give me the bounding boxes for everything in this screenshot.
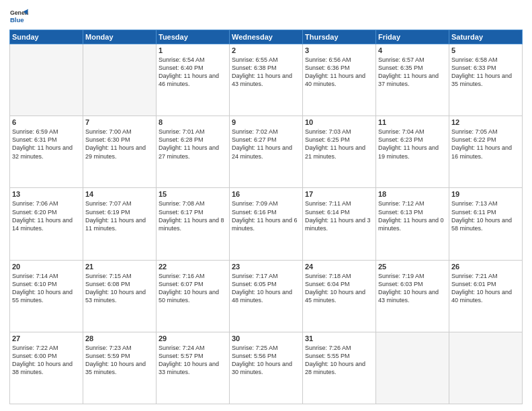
cell-info: Sunrise: 7:22 AMSunset: 6:00 PMDaylight:…: [12, 344, 81, 377]
header-tuesday: Tuesday: [157, 30, 230, 44]
day-number: 29: [159, 334, 227, 342]
cell-info: Sunrise: 7:14 AMSunset: 6:10 PMDaylight:…: [12, 272, 81, 305]
day-number: 28: [85, 334, 154, 342]
calendar-cell: 18Sunrise: 7:12 AMSunset: 6:13 PMDayligh…: [376, 188, 449, 260]
day-number: 31: [305, 334, 373, 342]
day-number: 26: [451, 263, 520, 271]
calendar-cell: [83, 44, 157, 116]
cell-info: Sunrise: 7:05 AMSunset: 6:22 PMDaylight:…: [451, 128, 520, 161]
calendar-cell: 1Sunrise: 6:54 AMSunset: 6:40 PMDaylight…: [157, 44, 230, 116]
header-friday: Friday: [376, 30, 449, 44]
calendar-cell: 5Sunrise: 6:58 AMSunset: 6:33 PMDaylight…: [449, 44, 523, 116]
calendar-cell: 22Sunrise: 7:16 AMSunset: 6:07 PMDayligh…: [157, 260, 230, 332]
cell-info: Sunrise: 6:56 AMSunset: 6:36 PMDaylight:…: [305, 56, 373, 89]
calendar-cell: 24Sunrise: 7:18 AMSunset: 6:04 PMDayligh…: [303, 260, 376, 332]
day-number: 2: [232, 46, 300, 54]
day-number: 19: [451, 190, 520, 198]
day-number: 30: [232, 334, 300, 342]
cell-info: Sunrise: 7:15 AMSunset: 6:08 PMDaylight:…: [85, 272, 154, 305]
calendar-cell: 11Sunrise: 7:04 AMSunset: 6:23 PMDayligh…: [376, 116, 449, 188]
calendar-cell: [376, 332, 449, 404]
day-number: 8: [159, 118, 227, 126]
week-row-2: 13Sunrise: 7:06 AMSunset: 6:20 PMDayligh…: [10, 188, 523, 260]
day-number: 21: [85, 263, 154, 271]
calendar-cell: 7Sunrise: 7:00 AMSunset: 6:30 PMDaylight…: [83, 116, 157, 188]
cell-info: Sunrise: 7:24 AMSunset: 5:57 PMDaylight:…: [159, 344, 227, 377]
calendar-cell: 14Sunrise: 7:07 AMSunset: 6:19 PMDayligh…: [83, 188, 157, 260]
cell-info: Sunrise: 7:00 AMSunset: 6:30 PMDaylight:…: [85, 128, 154, 161]
day-number: 15: [159, 190, 227, 198]
calendar-cell: 21Sunrise: 7:15 AMSunset: 6:08 PMDayligh…: [83, 260, 157, 332]
day-header-row: Sunday Monday Tuesday Wednesday Thursday…: [10, 30, 523, 44]
calendar-cell: 26Sunrise: 7:21 AMSunset: 6:01 PMDayligh…: [449, 260, 523, 332]
day-number: 7: [85, 118, 154, 126]
logo-icon: General Blue: [9, 7, 28, 26]
week-row-3: 20Sunrise: 7:14 AMSunset: 6:10 PMDayligh…: [10, 260, 523, 332]
day-number: 13: [12, 190, 81, 198]
calendar-cell: 28Sunrise: 7:23 AMSunset: 5:59 PMDayligh…: [83, 332, 157, 404]
day-number: 10: [305, 118, 373, 126]
calendar-cell: 31Sunrise: 7:26 AMSunset: 5:55 PMDayligh…: [303, 332, 376, 404]
cell-info: Sunrise: 7:12 AMSunset: 6:13 PMDaylight:…: [378, 199, 447, 232]
cell-info: Sunrise: 6:54 AMSunset: 6:40 PMDaylight:…: [159, 56, 227, 89]
page: General Blue Sunday Monday Tuesday Wedne…: [0, 0, 532, 411]
header-saturday: Saturday: [449, 30, 523, 44]
cell-info: Sunrise: 7:06 AMSunset: 6:20 PMDaylight:…: [12, 199, 81, 232]
day-number: 24: [305, 263, 373, 271]
calendar-cell: 6Sunrise: 6:59 AMSunset: 6:31 PMDaylight…: [10, 116, 83, 188]
cell-info: Sunrise: 7:18 AMSunset: 6:04 PMDaylight:…: [305, 272, 373, 305]
calendar-table: Sunday Monday Tuesday Wednesday Thursday…: [9, 30, 523, 404]
cell-info: Sunrise: 6:59 AMSunset: 6:31 PMDaylight:…: [12, 128, 81, 161]
day-number: 25: [378, 263, 447, 271]
day-number: 14: [85, 190, 154, 198]
calendar-cell: 8Sunrise: 7:01 AMSunset: 6:28 PMDaylight…: [157, 116, 230, 188]
cell-info: Sunrise: 7:26 AMSunset: 5:55 PMDaylight:…: [305, 344, 373, 377]
cell-info: Sunrise: 7:17 AMSunset: 6:05 PMDaylight:…: [232, 272, 300, 305]
calendar-cell: 23Sunrise: 7:17 AMSunset: 6:05 PMDayligh…: [230, 260, 303, 332]
day-number: 20: [12, 263, 81, 271]
day-number: 16: [232, 190, 300, 198]
cell-info: Sunrise: 7:13 AMSunset: 6:11 PMDaylight:…: [451, 199, 520, 232]
calendar-cell: 15Sunrise: 7:08 AMSunset: 6:17 PMDayligh…: [157, 188, 230, 260]
week-row-0: 1Sunrise: 6:54 AMSunset: 6:40 PMDaylight…: [10, 44, 523, 116]
day-number: 1: [159, 46, 227, 54]
calendar-cell: 29Sunrise: 7:24 AMSunset: 5:57 PMDayligh…: [157, 332, 230, 404]
calendar-cell: 2Sunrise: 6:55 AMSunset: 6:38 PMDaylight…: [230, 44, 303, 116]
cell-info: Sunrise: 7:03 AMSunset: 6:25 PMDaylight:…: [305, 128, 373, 161]
day-number: 17: [305, 190, 373, 198]
cell-info: Sunrise: 6:57 AMSunset: 6:35 PMDaylight:…: [378, 56, 447, 89]
day-number: 12: [451, 118, 520, 126]
cell-info: Sunrise: 7:23 AMSunset: 5:59 PMDaylight:…: [85, 344, 154, 377]
cell-info: Sunrise: 7:01 AMSunset: 6:28 PMDaylight:…: [159, 128, 227, 161]
calendar-cell: 4Sunrise: 6:57 AMSunset: 6:35 PMDaylight…: [376, 44, 449, 116]
calendar-cell: 10Sunrise: 7:03 AMSunset: 6:25 PMDayligh…: [303, 116, 376, 188]
calendar-cell: 25Sunrise: 7:19 AMSunset: 6:03 PMDayligh…: [376, 260, 449, 332]
header-wednesday: Wednesday: [230, 30, 303, 44]
cell-info: Sunrise: 7:21 AMSunset: 6:01 PMDaylight:…: [451, 272, 520, 305]
header-thursday: Thursday: [303, 30, 376, 44]
header-sunday: Sunday: [10, 30, 83, 44]
svg-text:Blue: Blue: [10, 16, 24, 24]
cell-info: Sunrise: 7:19 AMSunset: 6:03 PMDaylight:…: [378, 272, 447, 305]
cell-info: Sunrise: 7:04 AMSunset: 6:23 PMDaylight:…: [378, 128, 447, 161]
day-number: 9: [232, 118, 300, 126]
cell-info: Sunrise: 7:02 AMSunset: 6:27 PMDaylight:…: [232, 128, 300, 161]
calendar-cell: [10, 44, 83, 116]
cell-info: Sunrise: 7:16 AMSunset: 6:07 PMDaylight:…: [159, 272, 227, 305]
calendar-cell: 27Sunrise: 7:22 AMSunset: 6:00 PMDayligh…: [10, 332, 83, 404]
calendar-cell: 3Sunrise: 6:56 AMSunset: 6:36 PMDaylight…: [303, 44, 376, 116]
day-number: 27: [12, 334, 81, 342]
header: General Blue: [9, 7, 523, 26]
cell-info: Sunrise: 7:25 AMSunset: 5:56 PMDaylight:…: [232, 344, 300, 377]
cell-info: Sunrise: 6:55 AMSunset: 6:38 PMDaylight:…: [232, 56, 300, 89]
calendar-cell: 13Sunrise: 7:06 AMSunset: 6:20 PMDayligh…: [10, 188, 83, 260]
day-number: 4: [378, 46, 447, 54]
cell-info: Sunrise: 7:11 AMSunset: 6:14 PMDaylight:…: [305, 199, 373, 232]
cell-info: Sunrise: 7:07 AMSunset: 6:19 PMDaylight:…: [85, 199, 154, 232]
calendar-cell: 30Sunrise: 7:25 AMSunset: 5:56 PMDayligh…: [230, 332, 303, 404]
logo: General Blue: [9, 7, 28, 26]
calendar-cell: 12Sunrise: 7:05 AMSunset: 6:22 PMDayligh…: [449, 116, 523, 188]
day-number: 6: [12, 118, 81, 126]
day-number: 11: [378, 118, 447, 126]
cell-info: Sunrise: 6:58 AMSunset: 6:33 PMDaylight:…: [451, 56, 520, 89]
